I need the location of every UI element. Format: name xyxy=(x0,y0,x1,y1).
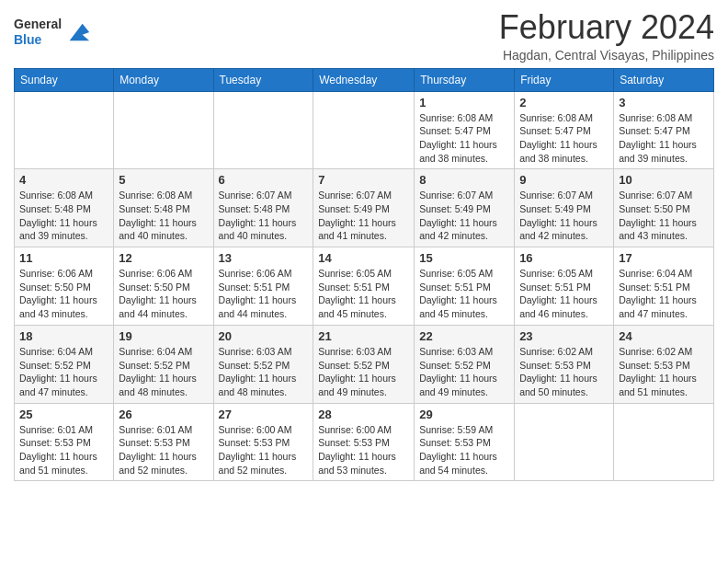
day-info: Sunrise: 6:07 AM Sunset: 5:48 PM Dayligh… xyxy=(219,189,309,243)
day-info: Sunrise: 6:00 AM Sunset: 5:53 PM Dayligh… xyxy=(318,423,409,477)
day-info: Sunrise: 5:59 AM Sunset: 5:53 PM Dayligh… xyxy=(419,423,509,477)
calendar-cell: 9Sunrise: 6:07 AM Sunset: 5:49 PM Daylig… xyxy=(515,169,614,247)
day-number: 20 xyxy=(219,329,309,343)
day-info: Sunrise: 6:03 AM Sunset: 5:52 PM Dayligh… xyxy=(219,345,309,399)
day-number: 11 xyxy=(19,251,108,265)
day-number: 29 xyxy=(419,408,509,421)
calendar-cell: 18Sunrise: 6:04 AM Sunset: 5:52 PM Dayli… xyxy=(15,325,114,403)
calendar-cell xyxy=(515,403,614,481)
day-info: Sunrise: 6:05 AM Sunset: 5:51 PM Dayligh… xyxy=(519,267,609,321)
day-number: 15 xyxy=(419,251,509,265)
day-number: 8 xyxy=(419,173,509,187)
calendar-cell: 25Sunrise: 6:01 AM Sunset: 5:53 PM Dayli… xyxy=(15,403,114,481)
calendar-cell xyxy=(614,403,714,481)
day-number: 7 xyxy=(318,173,409,187)
day-info: Sunrise: 6:03 AM Sunset: 5:52 PM Dayligh… xyxy=(318,345,409,399)
day-info: Sunrise: 6:08 AM Sunset: 5:48 PM Dayligh… xyxy=(119,189,208,243)
day-number: 14 xyxy=(318,251,409,265)
calendar-cell xyxy=(114,91,213,169)
day-info: Sunrise: 6:08 AM Sunset: 5:47 PM Dayligh… xyxy=(419,111,509,166)
calendar-cell: 21Sunrise: 6:03 AM Sunset: 5:52 PM Dayli… xyxy=(313,325,415,403)
day-number: 19 xyxy=(119,329,208,343)
calendar-week-1: 1Sunrise: 6:08 AM Sunset: 5:47 PM Daylig… xyxy=(15,91,714,169)
calendar-cell xyxy=(213,91,313,169)
weekday-sunday: Sunday xyxy=(15,68,114,91)
calendar-cell: 27Sunrise: 6:00 AM Sunset: 5:53 PM Dayli… xyxy=(213,403,313,481)
day-number: 28 xyxy=(318,408,409,421)
day-number: 5 xyxy=(119,173,208,187)
calendar-week-5: 25Sunrise: 6:01 AM Sunset: 5:53 PM Dayli… xyxy=(15,403,714,481)
day-info: Sunrise: 6:04 AM Sunset: 5:52 PM Dayligh… xyxy=(19,345,108,399)
location-title: Hagdan, Central Visayas, Philippines xyxy=(499,48,714,63)
day-number: 12 xyxy=(119,251,208,265)
calendar-cell: 15Sunrise: 6:05 AM Sunset: 5:51 PM Dayli… xyxy=(415,247,515,326)
calendar-cell: 16Sunrise: 6:05 AM Sunset: 5:51 PM Dayli… xyxy=(515,247,614,326)
calendar-cell: 22Sunrise: 6:03 AM Sunset: 5:52 PM Dayli… xyxy=(415,325,515,403)
calendar-body: 1Sunrise: 6:08 AM Sunset: 5:47 PM Daylig… xyxy=(15,91,714,481)
day-number: 26 xyxy=(119,408,208,421)
weekday-thursday: Thursday xyxy=(415,68,515,91)
day-info: Sunrise: 6:00 AM Sunset: 5:53 PM Dayligh… xyxy=(219,423,309,477)
calendar-cell: 14Sunrise: 6:05 AM Sunset: 5:51 PM Dayli… xyxy=(313,247,415,326)
svg-marker-0 xyxy=(70,23,89,40)
day-info: Sunrise: 6:02 AM Sunset: 5:53 PM Dayligh… xyxy=(519,345,609,399)
day-number: 4 xyxy=(19,173,108,187)
day-info: Sunrise: 6:02 AM Sunset: 5:53 PM Dayligh… xyxy=(619,345,709,399)
day-info: Sunrise: 6:07 AM Sunset: 5:49 PM Dayligh… xyxy=(318,189,409,243)
calendar-cell: 3Sunrise: 6:08 AM Sunset: 5:47 PM Daylig… xyxy=(614,91,714,169)
weekday-monday: Monday xyxy=(114,68,213,91)
calendar-cell: 12Sunrise: 6:06 AM Sunset: 5:50 PM Dayli… xyxy=(114,247,213,326)
calendar-cell: 13Sunrise: 6:06 AM Sunset: 5:51 PM Dayli… xyxy=(213,247,313,326)
day-number: 24 xyxy=(619,329,709,343)
day-info: Sunrise: 6:06 AM Sunset: 5:51 PM Dayligh… xyxy=(219,267,309,321)
day-number: 21 xyxy=(318,329,409,343)
day-number: 3 xyxy=(619,96,709,109)
calendar-cell: 23Sunrise: 6:02 AM Sunset: 5:53 PM Dayli… xyxy=(515,325,614,403)
calendar-cell xyxy=(313,91,415,169)
day-number: 16 xyxy=(519,251,609,265)
day-info: Sunrise: 6:07 AM Sunset: 5:49 PM Dayligh… xyxy=(419,189,509,243)
page-header: General Blue February 2024 Hagdan, Centr… xyxy=(14,9,714,63)
weekday-wednesday: Wednesday xyxy=(313,68,415,91)
calendar-cell: 10Sunrise: 6:07 AM Sunset: 5:50 PM Dayli… xyxy=(614,169,714,247)
day-info: Sunrise: 6:07 AM Sunset: 5:50 PM Dayligh… xyxy=(619,189,709,243)
calendar-cell: 8Sunrise: 6:07 AM Sunset: 5:49 PM Daylig… xyxy=(415,169,515,247)
day-info: Sunrise: 6:03 AM Sunset: 5:52 PM Dayligh… xyxy=(419,345,509,399)
logo: General Blue xyxy=(14,17,91,48)
calendar-cell: 4Sunrise: 6:08 AM Sunset: 5:48 PM Daylig… xyxy=(15,169,114,247)
day-info: Sunrise: 6:08 AM Sunset: 5:47 PM Dayligh… xyxy=(519,111,609,166)
calendar-cell: 7Sunrise: 6:07 AM Sunset: 5:49 PM Daylig… xyxy=(313,169,415,247)
calendar-week-3: 11Sunrise: 6:06 AM Sunset: 5:50 PM Dayli… xyxy=(15,247,714,326)
calendar-cell xyxy=(15,91,114,169)
calendar-cell: 11Sunrise: 6:06 AM Sunset: 5:50 PM Dayli… xyxy=(15,247,114,326)
calendar-week-4: 18Sunrise: 6:04 AM Sunset: 5:52 PM Dayli… xyxy=(15,325,714,403)
day-info: Sunrise: 6:08 AM Sunset: 5:47 PM Dayligh… xyxy=(619,111,709,166)
title-section: February 2024 Hagdan, Central Visayas, P… xyxy=(499,9,714,63)
calendar-cell: 26Sunrise: 6:01 AM Sunset: 5:53 PM Dayli… xyxy=(114,403,213,481)
day-number: 6 xyxy=(219,173,309,187)
weekday-tuesday: Tuesday xyxy=(213,68,313,91)
day-number: 22 xyxy=(419,329,509,343)
day-number: 23 xyxy=(519,329,609,343)
calendar-cell: 6Sunrise: 6:07 AM Sunset: 5:48 PM Daylig… xyxy=(213,169,313,247)
calendar-cell: 24Sunrise: 6:02 AM Sunset: 5:53 PM Dayli… xyxy=(614,325,714,403)
weekday-friday: Friday xyxy=(515,68,614,91)
day-number: 1 xyxy=(419,96,509,109)
day-info: Sunrise: 6:01 AM Sunset: 5:53 PM Dayligh… xyxy=(19,423,108,477)
calendar-cell: 2Sunrise: 6:08 AM Sunset: 5:47 PM Daylig… xyxy=(515,91,614,169)
logo-icon xyxy=(65,19,91,45)
calendar-cell: 20Sunrise: 6:03 AM Sunset: 5:52 PM Dayli… xyxy=(213,325,313,403)
calendar-table: SundayMondayTuesdayWednesdayThursdayFrid… xyxy=(14,68,714,482)
calendar-week-2: 4Sunrise: 6:08 AM Sunset: 5:48 PM Daylig… xyxy=(15,169,714,247)
calendar-cell: 1Sunrise: 6:08 AM Sunset: 5:47 PM Daylig… xyxy=(415,91,515,169)
day-info: Sunrise: 6:04 AM Sunset: 5:51 PM Dayligh… xyxy=(619,267,709,321)
day-number: 10 xyxy=(619,173,709,187)
day-number: 17 xyxy=(619,251,709,265)
month-title: February 2024 xyxy=(499,9,714,46)
weekday-header-row: SundayMondayTuesdayWednesdayThursdayFrid… xyxy=(15,68,714,91)
day-info: Sunrise: 6:05 AM Sunset: 5:51 PM Dayligh… xyxy=(419,267,509,321)
day-number: 18 xyxy=(19,329,108,343)
day-number: 25 xyxy=(19,408,108,421)
day-number: 9 xyxy=(519,173,609,187)
day-number: 13 xyxy=(219,251,309,265)
